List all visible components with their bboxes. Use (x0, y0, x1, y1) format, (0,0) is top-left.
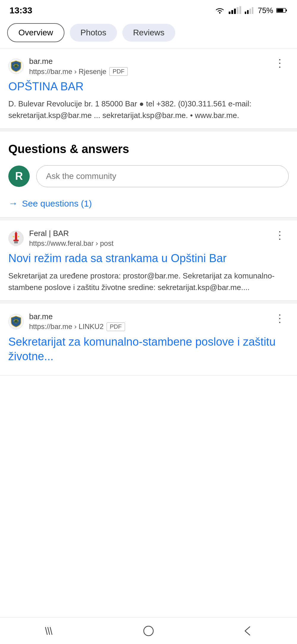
site-url-1: https://bar.me › Rjesenje PDF (29, 67, 128, 76)
result-header-2: Feral | BAR https://www.feral.bar › post… (8, 229, 289, 248)
result-header-3: bar.me https://bar.me › LINKU2 PDF ⋮ (8, 312, 289, 331)
more-options-button-1[interactable]: ⋮ (271, 57, 289, 70)
result-title-2[interactable]: Novi režim rada sa strankama u Opštini B… (8, 251, 289, 266)
site-url-2: https://www.feral.bar › post (29, 239, 113, 248)
tab-reviews[interactable]: Reviews (122, 24, 175, 42)
divider-1 (0, 129, 297, 132)
site-info-3: bar.me https://bar.me › LINKU2 PDF (29, 312, 125, 331)
divider-2 (0, 218, 297, 221)
svg-rect-9 (252, 7, 253, 14)
svg-rect-12 (277, 9, 283, 12)
svg-rect-15 (15, 234, 17, 241)
result-site-1: bar.me https://bar.me › Rjesenje PDF (8, 57, 128, 76)
site-icon-barme (8, 59, 24, 74)
svg-line-21 (50, 627, 52, 634)
svg-rect-2 (231, 10, 233, 14)
qa-input-row: R (8, 165, 289, 187)
see-questions-label: See questions (1) (22, 199, 92, 209)
site-icon-barme-3 (8, 314, 24, 329)
svg-point-0 (219, 12, 220, 14)
more-options-button-3[interactable]: ⋮ (271, 312, 289, 325)
result-card-1: bar.me https://bar.me › Rjesenje PDF ⋮ O… (0, 48, 297, 129)
site-info-2: Feral | BAR https://www.feral.bar › post (29, 229, 113, 248)
pdf-badge-3: PDF (107, 322, 125, 331)
tab-photos[interactable]: Photos (70, 24, 117, 42)
qa-section: Questions & answers R → See questions (1… (0, 132, 297, 218)
tab-overview[interactable]: Overview (7, 23, 64, 42)
nav-home-button[interactable] (133, 621, 164, 640)
arrow-right-icon: → (8, 198, 18, 209)
status-bar: 13:33 75% (0, 0, 297, 18)
svg-rect-4 (237, 7, 238, 14)
svg-rect-16 (13, 240, 19, 241)
menu-icon (43, 624, 56, 637)
battery-text: 75% (258, 6, 273, 15)
result-snippet-1: D. Bulevar Revolucije br. 1 85000 Bar ● … (8, 98, 289, 121)
nav-menu-button[interactable] (34, 621, 65, 640)
qa-title: Questions & answers (8, 142, 289, 156)
svg-rect-11 (286, 10, 287, 11)
status-icons: 75% (214, 6, 287, 15)
site-info-1: bar.me https://bar.me › Rjesenje PDF (29, 57, 128, 76)
svg-rect-6 (245, 12, 246, 14)
ask-community-input[interactable] (36, 165, 289, 187)
bottom-nav (0, 617, 297, 644)
divider-3 (0, 301, 297, 304)
result-card-2: Feral | BAR https://www.feral.bar › post… (0, 221, 297, 300)
site-url-3: https://bar.me › LINKU2 PDF (29, 322, 125, 331)
bottom-spacer (0, 376, 297, 405)
tab-bar: Overview Photos Reviews (0, 18, 297, 48)
signal-icon-2 (244, 6, 255, 15)
site-name-2: Feral | BAR (29, 229, 113, 238)
site-icon-feral (8, 231, 24, 246)
see-questions-link[interactable]: → See questions (1) (8, 198, 289, 209)
svg-rect-3 (234, 9, 236, 14)
svg-rect-17 (14, 241, 18, 244)
result-site-2: Feral | BAR https://www.feral.bar › post (8, 229, 113, 248)
svg-point-22 (144, 626, 153, 636)
status-time: 13:33 (10, 5, 32, 15)
svg-rect-1 (229, 12, 230, 14)
result-snippet-2: Sekretarijat za uređene prostora: prosto… (8, 270, 289, 293)
result-card-3: bar.me https://bar.me › LINKU2 PDF ⋮ Sek… (0, 304, 297, 376)
signal-icon (228, 6, 241, 15)
more-options-button-2[interactable]: ⋮ (271, 229, 289, 242)
result-title-3[interactable]: Sekretarijat za komunalno-stambene poslo… (8, 335, 289, 364)
svg-rect-5 (239, 6, 241, 14)
result-site-3: bar.me https://bar.me › LINKU2 PDF (8, 312, 125, 331)
result-title-1[interactable]: OPŠTINA BAR (8, 79, 289, 94)
nav-back-button[interactable] (232, 621, 263, 640)
home-icon (142, 624, 155, 637)
back-icon (241, 624, 254, 637)
site-name-3: bar.me (29, 312, 125, 321)
wifi-icon (214, 6, 225, 15)
svg-line-19 (45, 627, 47, 634)
svg-rect-8 (249, 9, 251, 14)
result-header-1: bar.me https://bar.me › Rjesenje PDF ⋮ (8, 57, 289, 76)
pdf-badge-1: PDF (109, 67, 128, 76)
svg-line-20 (48, 627, 50, 634)
svg-rect-7 (247, 10, 249, 14)
site-name-1: bar.me (29, 57, 128, 66)
user-avatar: R (8, 166, 30, 187)
battery-icon (276, 7, 287, 13)
